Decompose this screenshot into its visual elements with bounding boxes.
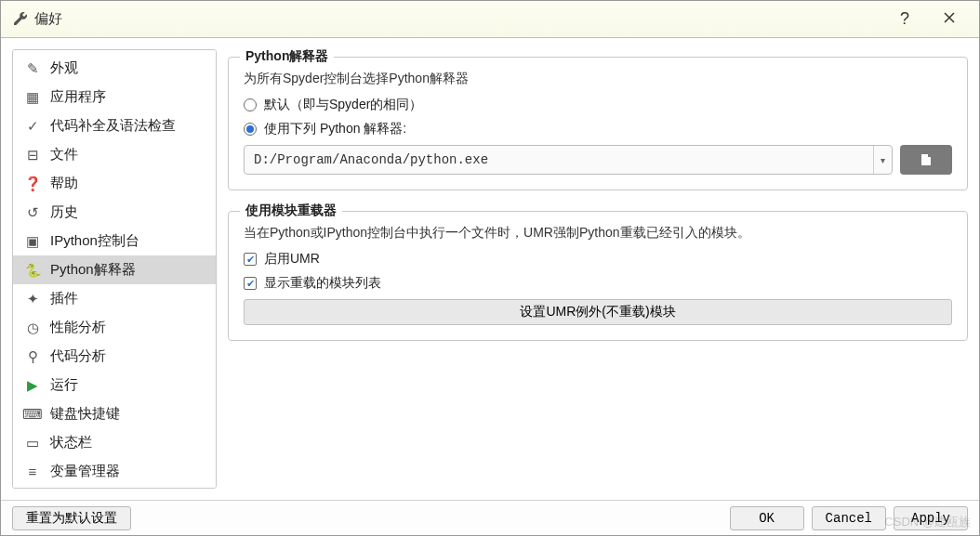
umr-exclude-button[interactable]: 设置UMR例外(不重载)模块 xyxy=(244,299,952,325)
umr-legend: 使用模块重载器 xyxy=(240,203,342,219)
sidebar-item-label: 文件 xyxy=(50,146,78,163)
code-analysis-icon: ⚲ xyxy=(24,348,41,365)
checkbox-icon xyxy=(244,253,257,266)
umr-desc: 当在Python或IPython控制台中执行一个文件时，UMR强制Python重… xyxy=(244,225,952,242)
check-enable-label: 启用UMR xyxy=(264,251,320,268)
sidebar-item-label: 代码补全及语法检查 xyxy=(50,117,176,135)
footer: 重置为默认设置 OK Cancel Apply xyxy=(1,500,979,535)
umr-groupbox: 使用模块重载器 当在Python或IPython控制台中执行一个文件时，UMR强… xyxy=(228,211,968,341)
sidebar-item-14[interactable]: ≡变量管理器 xyxy=(13,457,216,486)
check-show-list[interactable]: 显示重载的模块列表 xyxy=(244,275,952,292)
gauge-icon: ◷ xyxy=(24,320,41,336)
sidebar-item-2[interactable]: ✓代码补全及语法检查 xyxy=(13,111,216,140)
history-icon: ↺ xyxy=(24,204,41,221)
dialog-body: ✎外观▦应用程序✓代码补全及语法检查⊟文件❓帮助↺历史▣IPython控制台🐍P… xyxy=(1,38,979,500)
sidebar-item-7[interactable]: 🐍Python解释器 xyxy=(13,255,216,284)
radio-icon xyxy=(244,98,257,111)
sidebar-item-1[interactable]: ▦应用程序 xyxy=(13,83,216,111)
help-icon: ❓ xyxy=(24,176,41,192)
cancel-button[interactable]: Cancel xyxy=(812,506,886,530)
sidebar-item-label: 代码分析 xyxy=(50,347,106,365)
apply-button[interactable]: Apply xyxy=(894,506,968,530)
radio-custom-label: 使用下列 Python 解释器: xyxy=(264,121,406,137)
terminal-icon: ▣ xyxy=(24,233,41,250)
check-enable-umr[interactable]: 启用UMR xyxy=(244,251,952,268)
path-row: ▾ xyxy=(244,145,952,175)
sidebar-item-12[interactable]: ⌨键盘快捷键 xyxy=(13,399,216,428)
variable-icon: ≡ xyxy=(24,464,41,480)
chevron-down-icon[interactable]: ▾ xyxy=(873,146,892,174)
sidebar-item-label: 应用程序 xyxy=(50,88,106,106)
radio-custom[interactable]: 使用下列 Python 解释器: xyxy=(244,121,952,137)
sidebar-item-label: Python解释器 xyxy=(50,261,136,279)
spellcheck-icon: ✓ xyxy=(24,118,41,135)
radio-icon xyxy=(244,123,257,136)
interpreter-desc: 为所有Spyder控制台选择Python解释器 xyxy=(244,71,952,87)
ok-button[interactable]: OK xyxy=(730,506,804,530)
sidebar-item-label: 运行 xyxy=(50,376,78,394)
radio-default-label: 默认（即与Spyder的相同） xyxy=(264,97,422,113)
sidebar-item-label: 历史 xyxy=(50,203,78,221)
interpreter-groupbox: Python解释器 为所有Spyder控制台选择Python解释器 默认（即与S… xyxy=(228,57,968,190)
sidebar-item-10[interactable]: ⚲代码分析 xyxy=(13,342,216,371)
window-title: 偏好 xyxy=(34,10,62,28)
help-button[interactable]: ? xyxy=(886,9,923,29)
check-showlist-label: 显示重载的模块列表 xyxy=(264,275,381,292)
grid-icon: ▦ xyxy=(24,89,41,106)
content-panel: Python解释器 为所有Spyder控制台选择Python解释器 默认（即与S… xyxy=(228,49,968,489)
sidebar-item-6[interactable]: ▣IPython控制台 xyxy=(13,227,216,255)
sidebar-item-label: IPython控制台 xyxy=(50,232,139,250)
sidebar-item-9[interactable]: ◷性能分析 xyxy=(13,313,216,342)
radio-default[interactable]: 默认（即与Spyder的相同） xyxy=(244,97,952,113)
sidebar-item-3[interactable]: ⊟文件 xyxy=(13,140,216,169)
sidebar-item-label: 插件 xyxy=(50,290,78,307)
interpreter-legend: Python解释器 xyxy=(240,49,334,65)
sidebar-item-label: 帮助 xyxy=(50,175,78,192)
sidebar-item-15[interactable]: 🗀工作目录 xyxy=(13,486,216,489)
sidebar-item-0[interactable]: ✎外观 xyxy=(13,54,216,83)
preferences-window: 偏好 ? ✎外观▦应用程序✓代码补全及语法检查⊟文件❓帮助↺历史▣IPython… xyxy=(0,0,980,536)
ruler-icon: ⊟ xyxy=(24,147,41,163)
brush-icon: ✎ xyxy=(24,60,41,77)
interpreter-path-combo[interactable]: ▾ xyxy=(244,145,893,175)
sidebar-item-label: 外观 xyxy=(50,59,78,77)
python-icon: 🐍 xyxy=(24,262,41,279)
checkbox-icon xyxy=(244,277,257,290)
sidebar-item-11[interactable]: ▶运行 xyxy=(13,371,216,399)
sidebar-item-8[interactable]: ✦插件 xyxy=(13,284,216,313)
close-button[interactable] xyxy=(931,9,968,29)
statusbar-icon: ▭ xyxy=(24,435,41,451)
sidebar-item-label: 键盘快捷键 xyxy=(50,405,120,423)
sidebar-item-4[interactable]: ❓帮助 xyxy=(13,169,216,198)
run-icon: ▶ xyxy=(24,377,41,394)
reset-defaults-button[interactable]: 重置为默认设置 xyxy=(12,506,131,530)
keyboard-icon: ⌨ xyxy=(24,406,41,423)
sidebar-item-5[interactable]: ↺历史 xyxy=(13,198,216,227)
sidebar-item-label: 状态栏 xyxy=(50,434,92,451)
browse-button[interactable] xyxy=(900,145,952,175)
category-sidebar[interactable]: ✎外观▦应用程序✓代码补全及语法检查⊟文件❓帮助↺历史▣IPython控制台🐍P… xyxy=(12,49,217,489)
sidebar-item-label: 性能分析 xyxy=(50,319,106,336)
sidebar-item-13[interactable]: ▭状态栏 xyxy=(13,428,216,457)
titlebar: 偏好 ? xyxy=(1,1,979,38)
puzzle-icon: ✦ xyxy=(24,291,41,307)
interpreter-path-input[interactable] xyxy=(245,152,873,167)
wrench-icon xyxy=(12,10,27,28)
sidebar-item-label: 变量管理器 xyxy=(50,463,120,480)
